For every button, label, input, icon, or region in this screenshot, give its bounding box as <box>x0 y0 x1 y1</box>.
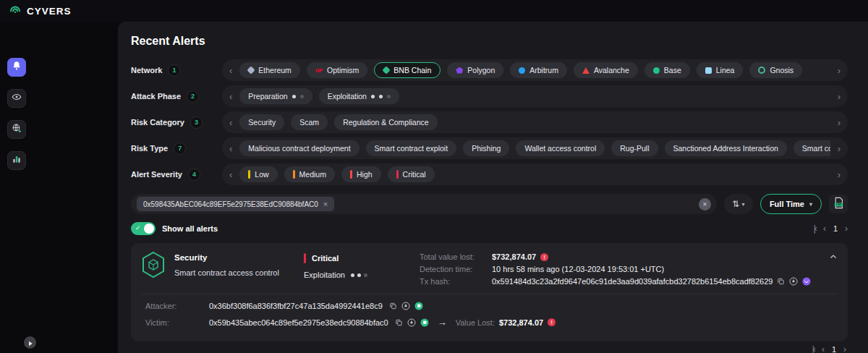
sidebar-item-network[interactable] <box>7 120 26 139</box>
alert-field: Detection time:10 hrs 58 mins ago (12-03… <box>420 265 822 273</box>
chip-avalanche[interactable]: Avalanche <box>574 62 638 78</box>
sidebar-item-alerts[interactable] <box>7 58 26 77</box>
next-page-icon[interactable]: › <box>843 344 846 353</box>
detail-address: 0x59b435abec064c89ef5e2975e38edc90884bfa… <box>209 318 388 327</box>
chip-sanctioned-address-interaction[interactable]: Sanctioned Address Interaction <box>665 140 787 156</box>
search-filter-chip[interactable]: 0x598435AbEC064c89EF5e2975E38EdC90884bfA… <box>137 197 334 211</box>
chip-smart-contract[interactable]: Smart contract <box>793 140 830 156</box>
brand: CYVERS <box>9 4 72 19</box>
chip-linea[interactable]: Linea <box>697 62 744 78</box>
time-filter-label: Full Time <box>770 200 804 208</box>
alert-field: Tx hash:0x591484d3c23a2fd9647e06c91de3aa… <box>420 277 822 286</box>
alert-risk-type: Smart contract access control <box>174 268 279 277</box>
chip-smart-contract-exploit[interactable]: Smart contract exploit <box>366 140 457 156</box>
alert-severity: Critical <box>312 254 339 263</box>
phase-dot <box>387 95 391 98</box>
chip-label: Avalanche <box>594 66 629 75</box>
sort-button[interactable]: ⇅ ▾ <box>724 194 753 214</box>
filter-count-badge: 1 <box>168 64 180 77</box>
chip-label: Smart contract exploit <box>375 144 448 153</box>
chip-high[interactable]: High <box>341 166 381 182</box>
chip-label: Arbitrum <box>529 66 558 75</box>
chip-regulation-compliance[interactable]: Regulation & Compliance <box>334 114 437 130</box>
copy-icon[interactable] <box>389 302 397 310</box>
chip-bnb-chain[interactable]: BNB Chain <box>374 62 441 78</box>
chevron-right-icon[interactable]: › <box>838 92 841 101</box>
filter-row-network: Network1‹EthereumOPOptimismBNB ChainPoly… <box>131 59 848 81</box>
play-button[interactable] <box>24 336 36 349</box>
chevron-down-icon: ▾ <box>741 201 744 208</box>
phase-dot <box>292 95 296 98</box>
chevron-left-icon[interactable]: ‹ <box>229 170 232 179</box>
chip-label: Ethereum <box>258 66 292 75</box>
chip-list: PreparationExploitation <box>239 88 830 104</box>
arbitrum-icon <box>519 67 525 74</box>
previous-page-icon[interactable]: ‹ <box>822 344 825 353</box>
chip-preparation[interactable]: Preparation <box>239 88 312 104</box>
clear-search-icon[interactable]: × <box>699 198 711 210</box>
chip-security[interactable]: Security <box>239 114 284 130</box>
chip-label: Rug-Pull <box>620 144 649 153</box>
first-page-icon[interactable]: |‹ <box>812 344 814 353</box>
alert-field-value: 0x591484d3c23a2fd9647e06c91de3aa9d039afa… <box>492 277 811 286</box>
value-lost-value: $732,874.07 <box>499 318 543 327</box>
chevron-left-icon[interactable]: ‹ <box>229 144 232 153</box>
alert-field-label: Tx hash: <box>420 277 492 286</box>
chevron-left-icon[interactable]: ‹ <box>229 66 232 75</box>
remove-chip-icon[interactable]: × <box>323 200 328 208</box>
chip-critical[interactable]: Critical <box>388 166 435 182</box>
topbar: CYVERS <box>0 0 868 22</box>
collapse-chevron-icon[interactable] <box>822 251 838 286</box>
sidebar-item-analytics[interactable] <box>7 151 26 170</box>
etherscan-icon[interactable] <box>401 302 410 310</box>
chevron-right-icon[interactable]: › <box>838 118 841 127</box>
phalcon-icon[interactable] <box>802 277 811 286</box>
chip-arbitrum[interactable]: Arbitrum <box>510 62 567 78</box>
show-all-alerts-toggle[interactable]: ✓ <box>131 222 156 235</box>
time-filter-dropdown[interactable]: Full Time ▾ <box>760 194 822 214</box>
cyvers-logo-icon <box>9 4 22 19</box>
chip-exploitation[interactable]: Exploitation <box>319 88 399 104</box>
filter-label-text: Attack Phase <box>131 92 181 101</box>
chip-malicious-contract-deployment[interactable]: Malicious contract deployment <box>239 140 359 156</box>
sidebar-item-monitoring[interactable] <box>7 89 26 108</box>
etherscan-icon[interactable] <box>789 277 798 286</box>
value-lost-label: Value Lost: <box>456 318 495 327</box>
export-csv-button[interactable]: CSV <box>829 195 848 213</box>
next-page-icon[interactable]: › <box>845 224 848 234</box>
alert-field-label: Total value lost: <box>420 252 492 261</box>
previous-page-icon[interactable]: ‹ <box>823 224 826 234</box>
first-page-icon[interactable]: |‹ <box>814 224 816 234</box>
chevron-right-icon[interactable]: › <box>838 144 841 153</box>
chip-optimism[interactable]: OPOptimism <box>307 62 367 78</box>
copy-icon[interactable] <box>777 277 785 286</box>
debank-icon[interactable] <box>420 318 429 327</box>
chevron-left-icon[interactable]: ‹ <box>229 92 232 101</box>
copy-icon[interactable] <box>395 318 403 327</box>
chevron-right-icon[interactable]: › <box>838 66 841 75</box>
chip-ethereum[interactable]: Ethereum <box>239 62 300 78</box>
card-divider <box>141 294 838 294</box>
chip-list: LowMediumHighCritical <box>239 166 830 182</box>
etherscan-icon[interactable] <box>407 318 416 327</box>
debank-icon[interactable] <box>414 302 423 310</box>
chip-medium[interactable]: Medium <box>284 166 335 182</box>
chip-base[interactable]: Base <box>644 62 690 78</box>
chevron-left-icon[interactable]: ‹ <box>229 118 232 127</box>
chip-polygon[interactable]: Polygon <box>447 62 503 78</box>
chip-scam[interactable]: Scam <box>291 114 328 130</box>
chip-label: Smart contract <box>802 144 830 153</box>
chip-gnosis[interactable]: Gnosis <box>749 62 802 78</box>
chip-phishing[interactable]: Phishing <box>463 140 509 156</box>
filter-carousel: ‹SecurityScamRegulation & Compliance› <box>222 111 848 133</box>
search-input[interactable]: 0x598435AbEC064c89EF5e2975E38EdC90884bfA… <box>131 194 717 214</box>
chip-low[interactable]: Low <box>239 166 277 182</box>
play-icon <box>27 336 33 349</box>
eye-icon <box>12 92 22 105</box>
chip-list: EthereumOPOptimismBNB ChainPolygonArbitr… <box>239 62 830 78</box>
chip-rug-pull[interactable]: Rug-Pull <box>611 140 658 156</box>
chip-label: Phishing <box>472 144 501 153</box>
filter-row-attack-phase: Attack Phase2‹PreparationExploitation› <box>131 85 848 107</box>
chip-wallet-access-control[interactable]: Wallet access control <box>516 140 605 156</box>
chevron-right-icon[interactable]: › <box>838 170 841 179</box>
